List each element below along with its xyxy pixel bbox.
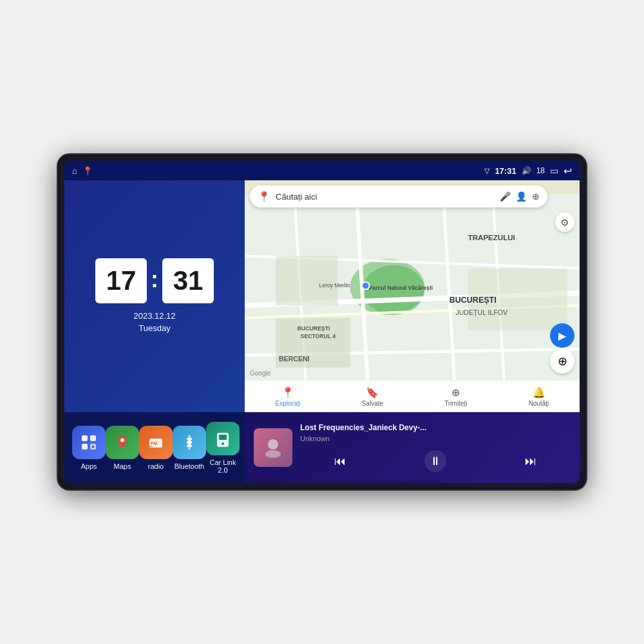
music-thumbnail <box>254 428 292 467</box>
svg-text:Leroy Merlin: Leroy Merlin <box>319 282 350 289</box>
map-pin-icon: 📍 <box>258 191 270 203</box>
volume-level: 18 <box>536 166 545 175</box>
clock-hours: 17 <box>95 258 147 303</box>
search-text: Căutați aici <box>276 192 495 202</box>
tab-trimiteti[interactable]: ⊕ Trimiteți <box>444 386 467 407</box>
maps-label: Maps <box>114 462 131 470</box>
map-widget[interactable]: TRAPEZULUI BUCUREȘTI JUDEȚUL ILFOV Parcu… <box>245 180 580 412</box>
svg-text:BUCUREȘTI: BUCUREȘTI <box>298 325 330 332</box>
tab-noutati[interactable]: 🔔 Noutăți <box>529 386 549 407</box>
play-pause-button[interactable]: ⏸ <box>424 450 446 472</box>
clock-digits: 17 : 31 <box>95 258 214 303</box>
trimiteti-icon: ⊕ <box>451 386 460 399</box>
svg-text:Parcul Natural Văcărești: Parcul Natural Văcărești <box>369 285 433 291</box>
radio-label: radio <box>148 462 164 470</box>
apps-label: Apps <box>80 462 97 470</box>
location-btn[interactable]: ⊙ <box>555 213 574 232</box>
music-info: Lost Frequencies_Janieck Devy-... Unknow… <box>300 423 571 472</box>
app-item-radio[interactable]: FM radio <box>139 426 173 470</box>
home-icon[interactable]: ⌂ <box>72 166 77 176</box>
map-bottom-bar: 📍 Explorați 🔖 Salvate ⊕ Trimiteți 🔔 <box>245 380 580 412</box>
prev-button[interactable]: ⏮ <box>334 455 346 468</box>
tab-explorare[interactable]: 📍 Explorați <box>276 386 301 407</box>
bluetooth-label: Bluetooth <box>175 462 204 470</box>
location-icon[interactable]: 📍 <box>82 166 93 176</box>
app-item-carlink[interactable]: Car Link 2.0 <box>206 422 240 474</box>
svg-rect-8 <box>150 446 153 447</box>
status-left-icons: ⌂ 📍 <box>72 166 93 176</box>
clock-date: 2023.12.12 Tuesday <box>133 310 175 335</box>
svg-rect-25 <box>276 256 337 305</box>
svg-text:SECTORUL 4: SECTORUL 4 <box>301 333 336 339</box>
svg-rect-10 <box>219 435 227 440</box>
explorare-icon: 📍 <box>281 386 294 399</box>
trimiteti-label: Trimiteți <box>444 400 467 407</box>
svg-point-35 <box>268 439 278 450</box>
svg-text:TRAPEZULUI: TRAPEZULUI <box>468 234 515 242</box>
svg-text:BUCUREȘTI: BUCUREȘTI <box>450 296 497 305</box>
music-artist: Unknown <box>300 435 571 442</box>
main-content: 17 : 31 2023.12.12 Tuesday <box>64 180 580 483</box>
svg-point-11 <box>222 442 224 445</box>
music-controls: ⏮ ⏸ ⏭ <box>300 450 571 472</box>
svg-text:BERCENI: BERCENI <box>279 355 310 363</box>
map-search-bar[interactable]: 📍 Căutați aici 🎤 👤 ⊕ <box>250 185 547 207</box>
next-button[interactable]: ⏭ <box>525 455 536 468</box>
salvate-icon: 🔖 <box>366 386 379 399</box>
carlink-icon <box>206 422 240 455</box>
explorare-label: Explorați <box>276 400 301 407</box>
svg-rect-0 <box>82 435 88 441</box>
volume-icon: 🔊 <box>522 166 531 175</box>
app-item-maps[interactable]: Maps <box>106 426 139 470</box>
svg-point-5 <box>120 438 124 442</box>
mic-icon[interactable]: 🎤 <box>500 191 511 202</box>
noutati-label: Noutăți <box>529 400 549 407</box>
status-bar: ⌂ 📍 ▽ 17:31 🔊 18 ▭ ↩ <box>64 161 580 180</box>
battery-icon: ▭ <box>550 166 558 176</box>
music-widget: Lost Frequencies_Janieck Devy-... Unknow… <box>245 412 580 483</box>
compass-btn[interactable]: ⊕ <box>550 349 574 374</box>
navigate-btn[interactable]: ▶ <box>550 323 574 348</box>
svg-point-34 <box>362 282 370 290</box>
right-panel: TRAPEZULUI BUCUREȘTI JUDEȚUL ILFOV Parcu… <box>245 180 580 483</box>
app-dock: Apps Maps <box>64 412 245 483</box>
bluetooth-icon <box>173 426 206 459</box>
google-logo: Google <box>250 370 270 377</box>
clock-widget: 17 : 31 2023.12.12 Tuesday <box>64 180 245 412</box>
time-display: 17:31 <box>495 166 516 176</box>
back-icon[interactable]: ↩ <box>564 165 572 177</box>
radio-icon: FM <box>139 426 173 459</box>
layers-icon[interactable]: ⊕ <box>532 191 540 202</box>
svg-text:FM: FM <box>151 441 157 446</box>
app-item-bluetooth[interactable]: Bluetooth <box>173 426 206 470</box>
music-title: Lost Frequencies_Janieck Devy-... <box>300 423 571 432</box>
signal-icon: ▽ <box>484 167 489 175</box>
svg-point-36 <box>265 450 281 458</box>
svg-text:JUDEȚUL ILFOV: JUDEȚUL ILFOV <box>455 308 508 316</box>
svg-rect-2 <box>82 444 88 450</box>
left-panel: 17 : 31 2023.12.12 Tuesday <box>64 180 245 483</box>
tab-salvate[interactable]: 🔖 Salvate <box>362 386 383 407</box>
apps-icon <box>72 426 106 459</box>
noutati-icon: 🔔 <box>533 386 545 399</box>
carlink-label: Car Link 2.0 <box>206 459 240 474</box>
account-icon[interactable]: 👤 <box>516 191 527 202</box>
maps-icon <box>106 426 139 459</box>
status-right-icons: ▽ 17:31 🔊 18 ▭ ↩ <box>484 165 572 177</box>
screen: ⌂ 📍 ▽ 17:31 🔊 18 ▭ ↩ 17 : <box>64 161 580 483</box>
clock-separator: : <box>151 266 158 293</box>
salvate-label: Salvate <box>362 400 383 407</box>
svg-rect-1 <box>90 435 96 441</box>
app-item-apps[interactable]: Apps <box>72 426 106 470</box>
clock-minutes: 31 <box>162 258 214 303</box>
map-controls: ⊙ <box>555 213 574 232</box>
device: ⌂ 📍 ▽ 17:31 🔊 18 ▭ ↩ 17 : <box>58 155 586 489</box>
